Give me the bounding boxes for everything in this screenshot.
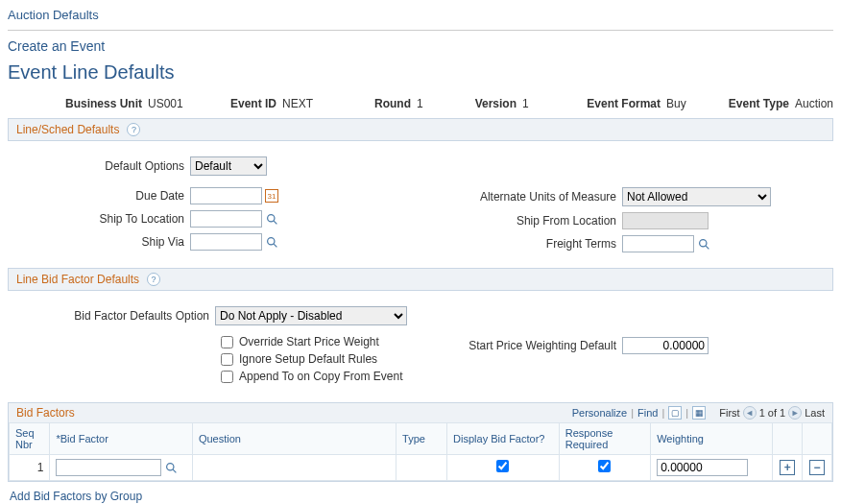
find-link[interactable]: Find [637, 407, 658, 419]
line-bid-factor-header: Line Bid Factor Defaults ? [8, 268, 833, 291]
bid-factors-title: Bid Factors [16, 406, 75, 420]
col-weighting[interactable]: Weighting [651, 423, 773, 455]
calendar-icon[interactable]: 31 [265, 189, 278, 203]
round-value: 1 [411, 97, 423, 110]
zoom-icon[interactable]: ▢ [668, 406, 682, 420]
bid-factor-input[interactable] [56, 459, 161, 476]
line-sched-defaults-header: Line/Sched Defaults ? [8, 118, 833, 141]
col-type[interactable]: Type [396, 423, 447, 455]
ship-from-label: Ship From Location [420, 214, 622, 228]
response-required-checkbox[interactable] [598, 460, 611, 472]
add-row-button[interactable]: + [780, 460, 795, 475]
help-icon[interactable]: ? [127, 123, 140, 136]
svg-line-5 [706, 246, 709, 249]
col-display[interactable]: Display Bid Factor? [447, 423, 560, 455]
event-id-value: NEXT [276, 97, 313, 110]
last-label: Last [805, 407, 825, 419]
next-button[interactable]: ► [788, 406, 802, 420]
due-date-input[interactable] [190, 187, 262, 204]
bid-factors-grid: Bid Factors Personalize | Find | ▢ | ▦ F… [8, 402, 833, 482]
due-date-label: Due Date [13, 189, 190, 203]
lookup-icon[interactable] [265, 235, 278, 249]
col-add [773, 423, 803, 455]
bid-factor-opt-select[interactable]: Do Not Apply - Disabled [215, 306, 407, 325]
table-row: 1 + − [10, 455, 832, 481]
ship-to-label: Ship To Location [13, 212, 190, 226]
start-price-weight-input [622, 337, 709, 354]
grid-view-icon[interactable]: ▦ [692, 406, 706, 420]
ship-via-input[interactable] [190, 233, 262, 251]
override-start-price-label: Override Start Price Weight [239, 335, 379, 348]
prev-button[interactable]: ◄ [743, 406, 757, 420]
svg-point-6 [167, 463, 174, 469]
version-label: Version [440, 97, 517, 110]
ship-via-label: Ship Via [13, 235, 190, 249]
cell-seq: 1 [10, 455, 50, 481]
event-format-value: Buy [661, 97, 686, 110]
alt-uom-select[interactable]: Not Allowed [622, 187, 771, 206]
version-value: 1 [517, 97, 529, 110]
first-label: First [719, 407, 739, 419]
ignore-setup-label: Ignore Setup Default Rules [239, 352, 377, 366]
ignore-setup-checkbox[interactable] [221, 353, 233, 366]
event-format-label: Event Format [545, 97, 661, 110]
add-bid-factors-group-link[interactable]: Add Bid Factors by Group [10, 490, 142, 503]
business-unit-value: US001 [142, 97, 183, 110]
line-sched-defaults-title: Line/Sched Defaults [16, 123, 119, 136]
delete-row-button[interactable]: − [809, 460, 825, 475]
svg-point-4 [699, 239, 706, 246]
page-title: Event Line Defaults [8, 60, 833, 93]
cell-type [396, 455, 447, 481]
help-icon[interactable]: ? [147, 273, 160, 286]
col-response[interactable]: Response Required [559, 423, 650, 455]
freight-terms-input[interactable] [622, 235, 694, 252]
svg-line-1 [274, 221, 276, 224]
lookup-icon[interactable] [697, 237, 710, 251]
event-type-label: Event Type [709, 97, 789, 110]
cell-question [192, 455, 396, 481]
lookup-icon[interactable] [265, 212, 278, 226]
lookup-icon[interactable] [164, 461, 178, 474]
display-bid-checkbox[interactable] [496, 460, 509, 472]
create-event-link[interactable]: Create an Event [8, 38, 105, 54]
event-info-row: Business Unit US001 Event ID NEXT Round … [8, 93, 833, 118]
col-question[interactable]: Question [192, 423, 396, 455]
divider [8, 30, 833, 31]
override-start-price-checkbox[interactable] [221, 336, 233, 348]
svg-line-7 [173, 469, 176, 472]
personalize-link[interactable]: Personalize [572, 407, 627, 419]
business-unit-label: Business Unit [8, 97, 142, 110]
start-price-weight-label: Start Price Weighting Default [420, 339, 622, 352]
breadcrumb: Auction Defaults [8, 4, 833, 26]
freight-terms-label: Freight Terms [420, 237, 622, 251]
line-bid-factor-title: Line Bid Factor Defaults [16, 273, 139, 286]
default-options-label: Default Options [13, 159, 190, 173]
svg-line-3 [274, 244, 276, 247]
event-type-value: Auction [789, 97, 833, 110]
grid-counter: 1 of 1 [759, 407, 786, 419]
svg-point-2 [267, 237, 274, 244]
event-id-label: Event ID [200, 97, 276, 110]
round-label: Round [334, 97, 411, 110]
append-copy-label: Append To on Copy From Event [239, 370, 403, 383]
svg-point-0 [267, 214, 274, 221]
ship-to-input[interactable] [190, 210, 262, 228]
append-copy-checkbox[interactable] [221, 371, 233, 383]
col-delete [803, 423, 832, 455]
bid-factor-opt-label: Bid Factor Defaults Option [13, 309, 215, 323]
alt-uom-label: Alternate Units of Measure [420, 190, 622, 204]
weighting-input[interactable] [657, 459, 748, 476]
col-seq[interactable]: Seq Nbr [10, 423, 50, 455]
col-bid-factor[interactable]: *Bid Factor [50, 423, 192, 455]
ship-from-readonly [622, 212, 709, 229]
default-options-select[interactable]: Default [190, 156, 267, 176]
